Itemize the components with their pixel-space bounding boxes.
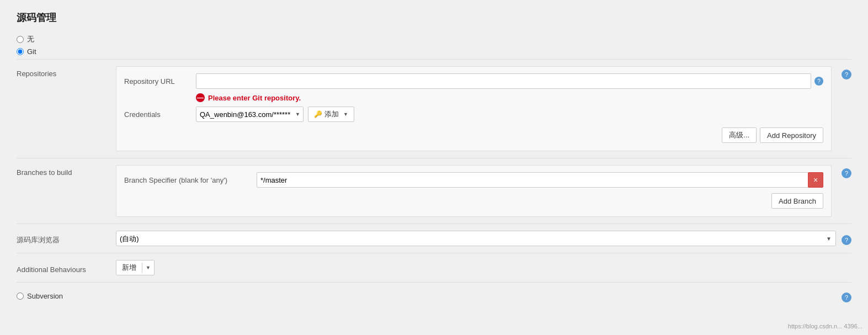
branches-main: Branches to build × Branch Specifier (bl…: [17, 165, 832, 217]
add-branch-button[interactable]: Add Branch: [771, 193, 823, 209]
repo-url-input[interactable]: [196, 73, 811, 89]
delete-branch-button[interactable]: ×: [808, 172, 823, 188]
page-container: 源码管理 无 Git Repositories Repository URL ?…: [0, 0, 868, 335]
add-behaviours-button[interactable]: 新增 ▼: [116, 260, 155, 275]
source-browser-select-wrapper: (自动) ▼: [116, 231, 836, 246]
behaviours-label: Additional Behaviours: [17, 262, 116, 274]
add-repository-button[interactable]: Add Repository: [760, 127, 823, 143]
repositories-content: Repository URL ? — Please enter Git repo…: [116, 66, 832, 151]
repo-url-label: Repository URL: [124, 77, 196, 86]
credentials-select[interactable]: QA_wenbin@163.com/******: [196, 107, 303, 122]
radio-none-label[interactable]: 无: [27, 34, 34, 44]
branch-specifier-label: Branch Specifier (blank for 'any'): [124, 176, 257, 184]
branches-label: Branches to build: [17, 165, 116, 177]
add-credentials-label: 添加: [324, 109, 339, 119]
add-credentials-button[interactable]: 🔑 添加: [308, 107, 354, 122]
repositories-help-icon[interactable]: ?: [842, 70, 851, 79]
radio-git-group: Git: [17, 47, 851, 56]
delete-branch-btn-container: ×: [808, 172, 823, 188]
credentials-select-wrapper: QA_wenbin@163.com/******: [196, 107, 303, 122]
watermark-text: https://blog.csdn.n... 4396...: [788, 323, 862, 329]
error-message-text: Please enter Git repository.: [208, 94, 301, 102]
repositories-main: Repositories Repository URL ? — Please e…: [17, 66, 832, 151]
branches-help-icon[interactable]: ?: [842, 168, 851, 178]
add-behaviours-label: 新增: [116, 263, 142, 273]
key-icon: 🔑: [314, 110, 322, 118]
subversion-section: Subversion ?: [17, 282, 851, 309]
repositories-label: Repositories: [17, 66, 116, 78]
add-behaviours-arrow-icon: ▼: [142, 265, 154, 270]
branches-section: Branches to build × Branch Specifier (bl…: [17, 158, 851, 224]
radio-none-group: 无: [17, 34, 851, 44]
subversion-label[interactable]: Subversion: [27, 292, 63, 300]
source-browser-help-icon[interactable]: ?: [842, 235, 851, 245]
error-icon: —: [196, 93, 205, 102]
branches-content: × Branch Specifier (blank for 'any') Add…: [116, 165, 832, 217]
branches-btn-row: Add Branch: [124, 193, 823, 209]
behaviours-section: Additional Behaviours 新增 ▼: [17, 253, 851, 282]
source-browser-select[interactable]: (自动): [116, 231, 836, 246]
radio-git-label[interactable]: Git: [27, 47, 36, 56]
branch-specifier-input[interactable]: [257, 172, 823, 188]
credentials-label: Credentials: [124, 110, 196, 119]
credentials-row: Credentials QA_wenbin@163.com/****** 🔑 添…: [124, 107, 823, 122]
source-browser-label: 源码库浏览器: [17, 232, 116, 245]
advanced-button[interactable]: 高级...: [722, 127, 757, 143]
error-message-row: — Please enter Git repository.: [196, 93, 823, 102]
page-title: 源码管理: [17, 11, 851, 24]
radio-subversion[interactable]: [17, 293, 24, 300]
radio-none[interactable]: [17, 36, 24, 43]
repositories-section: Repositories Repository URL ? — Please e…: [17, 59, 851, 158]
source-browser-section: 源码库浏览器 (自动) ▼ ?: [17, 224, 851, 253]
branch-specifier-row: Branch Specifier (blank for 'any'): [124, 172, 823, 188]
repositories-btn-row: 高级... Add Repository: [124, 127, 823, 143]
subversion-help-icon[interactable]: ?: [842, 293, 851, 302]
repo-url-help-icon[interactable]: ?: [814, 77, 823, 86]
repo-url-row: Repository URL ?: [124, 73, 823, 89]
radio-git[interactable]: [17, 48, 24, 55]
